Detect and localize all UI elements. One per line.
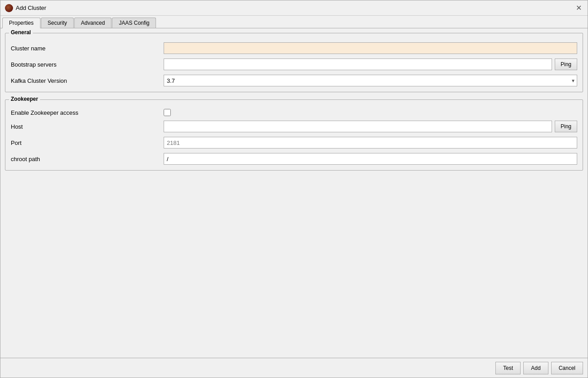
dialog-title: Add Cluster — [16, 4, 46, 11]
host-control: Ping — [164, 121, 577, 132]
tab-security[interactable]: Security — [41, 18, 74, 28]
add-button[interactable]: Add — [523, 362, 548, 374]
port-label: Port — [11, 140, 164, 146]
add-cluster-dialog: Add Cluster ✕ Properties Security Advanc… — [0, 0, 588, 378]
port-input[interactable] — [164, 137, 577, 148]
enable-zookeeper-control — [164, 109, 577, 116]
cluster-name-input[interactable] — [164, 42, 577, 54]
port-row: Port — [11, 137, 577, 148]
title-bar: Add Cluster ✕ — [0, 0, 588, 16]
kafka-version-control: 3.7 3.6 3.5 3.4 3.3 3.2 3.1 3.0 2.8 2.7 … — [164, 75, 577, 86]
kafka-version-row: Kafka Cluster Version 3.7 3.6 3.5 3.4 3.… — [11, 75, 577, 86]
test-button[interactable]: Test — [495, 362, 521, 374]
tabs-bar: Properties Security Advanced JAAS Config — [0, 16, 588, 28]
bootstrap-servers-control: Ping — [164, 58, 577, 70]
host-input[interactable] — [164, 121, 552, 132]
tab-advanced[interactable]: Advanced — [74, 18, 111, 28]
kafka-version-label: Kafka Cluster Version — [11, 77, 164, 84]
bootstrap-servers-row: Bootstrap servers Ping — [11, 58, 577, 70]
port-control — [164, 137, 577, 148]
cluster-name-label: Cluster name — [11, 45, 164, 52]
bottom-bar: Test Add Cancel — [0, 358, 588, 378]
chroot-path-control — [164, 153, 577, 165]
general-legend: General — [9, 29, 33, 36]
cancel-button[interactable]: Cancel — [551, 362, 583, 374]
chroot-path-label: chroot path — [11, 156, 164, 162]
enable-zookeeper-row: Enable Zookeeper access — [11, 109, 577, 116]
bootstrap-servers-label: Bootstrap servers — [11, 61, 164, 68]
chroot-path-input[interactable] — [164, 153, 577, 165]
close-button[interactable]: ✕ — [574, 4, 583, 13]
kafka-version-select[interactable]: 3.7 3.6 3.5 3.4 3.3 3.2 3.1 3.0 2.8 2.7 … — [164, 75, 577, 86]
host-row: Host Ping — [11, 121, 577, 132]
title-bar-left: Add Cluster — [5, 4, 46, 12]
enable-zookeeper-checkbox[interactable] — [164, 109, 171, 116]
tab-jaas-config[interactable]: JAAS Config — [112, 18, 156, 28]
kafka-version-select-wrap: 3.7 3.6 3.5 3.4 3.3 3.2 3.1 3.0 2.8 2.7 … — [164, 75, 577, 86]
cluster-name-control — [164, 42, 577, 54]
tab-properties[interactable]: Properties — [2, 18, 40, 28]
chroot-path-row: chroot path — [11, 153, 577, 165]
general-section: General Cluster name Bootstrap servers P… — [5, 33, 583, 92]
zookeeper-section: Zookeeper Enable Zookeeper access Host P… — [5, 99, 583, 171]
zookeeper-legend: Zookeeper — [9, 96, 40, 102]
enable-zookeeper-label: Enable Zookeeper access — [11, 109, 164, 116]
bootstrap-ping-button[interactable]: Ping — [555, 58, 577, 70]
cluster-name-row: Cluster name — [11, 42, 577, 54]
host-label: Host — [11, 123, 164, 130]
content-area: General Cluster name Bootstrap servers P… — [0, 28, 588, 358]
host-ping-button[interactable]: Ping — [555, 121, 577, 132]
app-icon — [5, 4, 13, 12]
bootstrap-servers-input[interactable] — [164, 58, 552, 70]
